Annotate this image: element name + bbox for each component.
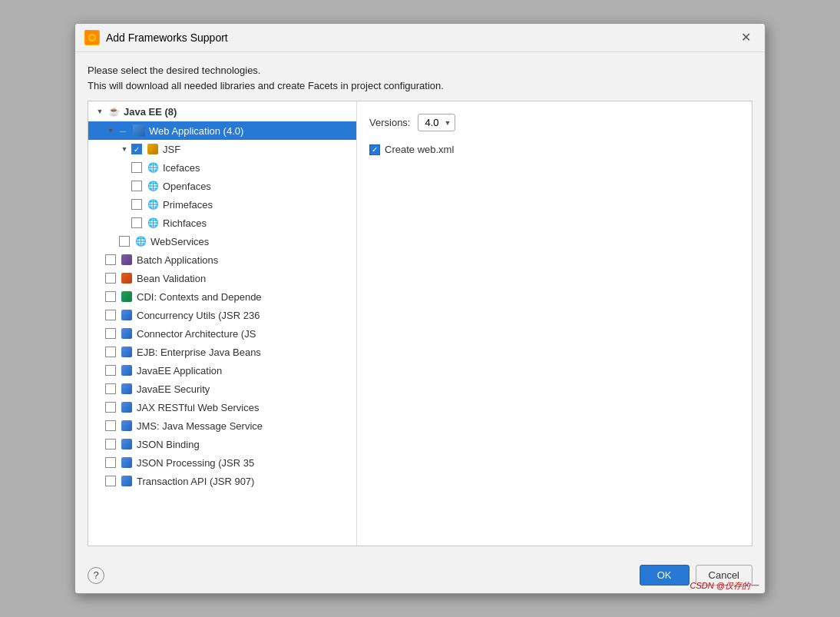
ok-button[interactable]: OK — [640, 565, 690, 585]
tree-item-cdi[interactable]: CDI: Contexts and Depende — [88, 287, 356, 306]
label-json-processing: JSON Processing (JSR 35 — [137, 457, 254, 469]
jax-rest-icon — [120, 401, 134, 413]
close-button[interactable]: ✕ — [736, 30, 756, 45]
tree-item-concurrency[interactable]: Concurrency Utils (JSR 236 — [88, 306, 356, 324]
ejb-icon — [120, 346, 134, 358]
tree-item-primefaces[interactable]: 🌐 Primefaces — [88, 195, 356, 214]
label-icefaces: Icefaces — [163, 162, 200, 174]
version-row: Versions: 3.0 3.1 4.0 — [369, 114, 739, 131]
label-batch-applications: Batch Applications — [137, 254, 218, 266]
label-connector: Connector Architecture (JS — [137, 328, 256, 340]
checkbox-jsf[interactable]: ✓ — [131, 144, 142, 154]
checkbox-transaction[interactable] — [105, 476, 116, 486]
label-jms: JMS: Java Message Service — [137, 420, 263, 432]
create-web-xml-row: ✓ Create web.xml — [369, 144, 739, 155]
label-ejb: EJB: Enterprise Java Beans — [137, 347, 261, 358]
title-bar-left: Add Frameworks Support — [84, 30, 228, 45]
checkbox-batch-applications[interactable] — [105, 254, 116, 265]
checkbox-ejb[interactable] — [105, 347, 116, 357]
help-symbol: ? — [93, 569, 98, 581]
group-header-javaee[interactable]: ▼ ☕ Java EE (8) — [88, 101, 356, 121]
richfaces-icon: 🌐 — [146, 217, 160, 229]
checkbox-bean-validation[interactable] — [105, 273, 116, 284]
tree-item-connector[interactable]: Connector Architecture (JS — [88, 324, 356, 343]
dialog-footer: ? OK Cancel — [75, 557, 765, 593]
label-jax-rest: JAX RESTful Web Services — [137, 402, 259, 413]
tree-item-openfaces[interactable]: 🌐 Openfaces — [88, 177, 356, 195]
help-button[interactable]: ? — [88, 567, 104, 584]
checkbox-json-processing[interactable] — [105, 457, 116, 468]
json-binding-icon — [120, 438, 134, 450]
checkbox-openfaces[interactable] — [131, 181, 142, 191]
checkbox-concurrency[interactable] — [105, 310, 116, 320]
checkbox-cdi[interactable] — [105, 291, 116, 302]
tree-item-javaee-app[interactable]: JavaEE Application — [88, 361, 356, 380]
label-primefaces: Primefaces — [163, 199, 213, 211]
checkbox-json-binding[interactable] — [105, 439, 116, 449]
cdi-icon — [120, 290, 134, 303]
tree-item-jsf[interactable]: ▼ ✓ JSF — [88, 140, 356, 158]
tree-item-batch-applications[interactable]: Batch Applications — [88, 250, 356, 269]
label-web-application: Web Application (4.0) — [149, 125, 243, 137]
version-select[interactable]: 3.0 3.1 4.0 — [418, 114, 455, 131]
checkbox-webservices[interactable] — [119, 236, 130, 247]
checkbox-connector[interactable] — [105, 328, 116, 339]
tree-item-jax-rest[interactable]: JAX RESTful Web Services — [88, 398, 356, 416]
tree-item-bean-validation[interactable]: Bean Validation — [88, 269, 356, 287]
tree-item-transaction[interactable]: Transaction API (JSR 907) — [88, 472, 356, 490]
tree-item-icefaces[interactable]: 🌐 Icefaces — [88, 158, 356, 177]
label-bean-validation: Bean Validation — [137, 273, 206, 284]
javaee-icon: ☕ — [107, 105, 121, 118]
web-icon — [132, 124, 146, 137]
concurrency-icon — [120, 309, 134, 321]
add-frameworks-dialog: Add Frameworks Support ✕ Please select t… — [74, 23, 766, 594]
desc-line1: Please select the desired technologies. — [88, 63, 752, 78]
openfaces-icon: 🌐 — [146, 180, 160, 192]
webservices-icon: 🌐 — [134, 235, 147, 247]
tree-item-javaee-security[interactable]: JavaEE Security — [88, 380, 356, 398]
description: Please select the desired technologies. … — [88, 63, 752, 93]
create-web-xml-label: Create web.xml — [385, 144, 454, 155]
checkbox-javaee-app[interactable] — [105, 365, 116, 376]
tree-item-webservices[interactable]: 🌐 WebServices — [88, 232, 356, 250]
jsf-icon — [146, 143, 160, 155]
label-richfaces: Richfaces — [163, 217, 207, 229]
label-concurrency: Concurrency Utils (JSR 236 — [137, 310, 260, 321]
watermark: CSDN @仅存的一 — [690, 580, 759, 592]
checkbox-web-application[interactable]: — — [117, 125, 128, 136]
label-openfaces: Openfaces — [163, 181, 211, 192]
version-select-wrapper: 3.0 3.1 4.0 — [418, 114, 455, 131]
tree-item-richfaces[interactable]: 🌐 Richfaces — [88, 214, 356, 232]
batch-icon — [120, 254, 134, 266]
javaee-security-icon — [120, 383, 134, 395]
create-web-xml-checkbox[interactable]: ✓ — [369, 144, 380, 155]
checkbox-jax-rest[interactable] — [105, 402, 116, 413]
label-jsf: JSF — [163, 144, 180, 155]
tree-item-json-binding[interactable]: JSON Binding — [88, 435, 356, 453]
tree-item-jms[interactable]: JMS: Java Message Service — [88, 416, 356, 435]
left-panel: ▼ ☕ Java EE (8) ▼ — Web Application (4.0… — [88, 101, 357, 546]
expand-arrow-web: ▼ — [105, 125, 116, 136]
label-webservices: WebServices — [150, 236, 209, 247]
javaee-app-icon — [120, 364, 134, 377]
transaction-icon — [120, 475, 134, 487]
dialog-title: Add Frameworks Support — [106, 32, 228, 44]
checkbox-richfaces[interactable] — [131, 217, 142, 228]
dialog-icon — [84, 30, 100, 45]
checkbox-icefaces[interactable] — [131, 162, 142, 173]
bean-icon — [120, 272, 134, 284]
tree-item-json-processing[interactable]: JSON Processing (JSR 35 — [88, 453, 356, 472]
tree-item-web-application[interactable]: ▼ — Web Application (4.0) — [88, 121, 356, 140]
checkbox-jms[interactable] — [105, 420, 116, 431]
checkbox-primefaces[interactable] — [131, 199, 142, 210]
connector-icon — [120, 327, 134, 340]
label-javaee-security: JavaEE Security — [137, 383, 210, 395]
group-label: Java EE (8) — [124, 106, 177, 118]
tree-item-ejb[interactable]: EJB: Enterprise Java Beans — [88, 343, 356, 361]
checkbox-javaee-security[interactable] — [105, 383, 116, 394]
label-cdi: CDI: Contexts and Depende — [137, 291, 262, 303]
expand-arrow-javaee: ▼ — [94, 106, 105, 117]
dialog-body: Please select the desired technologies. … — [75, 52, 765, 557]
title-bar: Add Frameworks Support ✕ — [75, 24, 765, 52]
content-area: ▼ ☕ Java EE (8) ▼ — Web Application (4.0… — [88, 101, 752, 546]
